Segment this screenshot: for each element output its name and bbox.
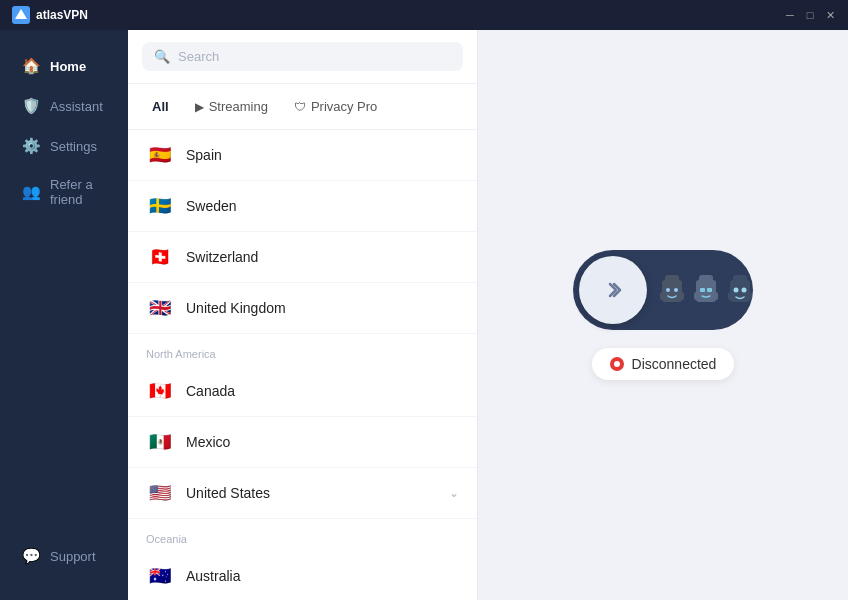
character-2 — [691, 270, 721, 310]
sidebar-bottom: 💬 Support — [0, 536, 128, 584]
status-dot — [610, 357, 624, 371]
country-name-us: United States — [186, 485, 270, 501]
list-item[interactable]: 🇦🇺 Australia — [128, 551, 477, 600]
svg-rect-13 — [733, 275, 747, 285]
location-panel: 🔍 All ▶ Streaming 🛡 Privacy Pro — [128, 30, 478, 600]
svg-rect-17 — [748, 292, 752, 300]
gear-icon: ⚙️ — [22, 137, 40, 155]
flag-us: 🇺🇸 — [146, 479, 174, 507]
flag-mexico: 🇲🇽 — [146, 428, 174, 456]
titlebar: atlasVPN ─ □ ✕ — [0, 0, 848, 30]
close-button[interactable]: ✕ — [824, 9, 836, 21]
sidebar-item-home[interactable]: 🏠 Home — [6, 47, 122, 85]
people-icon: 👥 — [22, 183, 40, 201]
sidebar-item-settings[interactable]: ⚙️ Settings — [6, 127, 122, 165]
tab-privacy-pro[interactable]: 🛡 Privacy Pro — [284, 94, 387, 119]
flag-spain: 🇪🇸 — [146, 141, 174, 169]
svg-point-3 — [674, 288, 678, 292]
logo-icon — [12, 6, 30, 24]
sidebar-label-home: Home — [50, 59, 86, 74]
region-oceania: Oceania — [128, 519, 477, 551]
flag-uk: 🇬🇧 — [146, 294, 174, 322]
svg-rect-16 — [728, 292, 732, 300]
toggle-characters — [657, 270, 755, 310]
sidebar-item-refer[interactable]: 👥 Refer a friend — [6, 167, 122, 217]
country-name-spain: Spain — [186, 147, 222, 163]
app-body: 🏠 Home 🛡️ Assistant ⚙️ Settings 👥 Refer … — [0, 30, 848, 600]
tab-privacy-pro-label: Privacy Pro — [311, 99, 377, 114]
sidebar-label-assistant: Assistant — [50, 99, 103, 114]
list-item[interactable]: 🇺🇸 United States ⌄ — [128, 468, 477, 519]
country-name-australia: Australia — [186, 568, 240, 584]
flag-canada: 🇨🇦 — [146, 377, 174, 405]
svg-point-15 — [742, 288, 747, 293]
sidebar-item-support[interactable]: 💬 Support — [6, 537, 122, 575]
country-name-switzerland: Switzerland — [186, 249, 258, 265]
search-input[interactable] — [178, 49, 451, 64]
flag-sweden: 🇸🇪 — [146, 192, 174, 220]
country-name-canada: Canada — [186, 383, 235, 399]
svg-rect-10 — [694, 292, 698, 300]
country-name-uk: United Kingdom — [186, 300, 286, 316]
search-input-wrap[interactable]: 🔍 — [142, 42, 463, 71]
tab-all[interactable]: All — [142, 94, 179, 119]
svg-point-14 — [734, 288, 739, 293]
flag-australia: 🇦🇺 — [146, 562, 174, 590]
svg-rect-4 — [660, 292, 664, 300]
filter-tabs: All ▶ Streaming 🛡 Privacy Pro — [128, 84, 477, 130]
main-content: 🔍 All ▶ Streaming 🛡 Privacy Pro — [128, 30, 848, 600]
privacy-icon: 🛡 — [294, 100, 306, 114]
expand-icon: ⌄ — [449, 486, 459, 500]
svg-rect-7 — [699, 275, 713, 285]
chat-icon: 💬 — [22, 547, 40, 565]
country-list: 🇪🇸 Spain 🇸🇪 Sweden 🇨🇭 Switzerland 🇬🇧 Uni… — [128, 130, 477, 600]
svg-rect-1 — [665, 275, 679, 285]
list-item[interactable]: 🇲🇽 Mexico — [128, 417, 477, 468]
sidebar-label-support: Support — [50, 549, 96, 564]
svg-rect-8 — [700, 288, 705, 292]
status-badge: Disconnected — [592, 348, 735, 380]
logo-text: atlasVPN — [36, 8, 88, 22]
maximize-button[interactable]: □ — [804, 9, 816, 21]
right-panel: Disconnected — [478, 30, 848, 600]
character-1 — [657, 270, 687, 310]
vpn-toggle-area: Disconnected — [573, 250, 753, 380]
minimize-button[interactable]: ─ — [784, 9, 796, 21]
app-logo: atlasVPN — [12, 6, 88, 24]
sidebar: 🏠 Home 🛡️ Assistant ⚙️ Settings 👥 Refer … — [0, 30, 128, 600]
home-icon: 🏠 — [22, 57, 40, 75]
list-item[interactable]: 🇨🇭 Switzerland — [128, 232, 477, 283]
tab-all-label: All — [152, 99, 169, 114]
status-dot-inner — [614, 361, 620, 367]
shield-icon: 🛡️ — [22, 97, 40, 115]
country-name-mexico: Mexico — [186, 434, 230, 450]
sidebar-label-refer: Refer a friend — [50, 177, 106, 207]
search-bar: 🔍 — [128, 30, 477, 84]
sidebar-item-assistant[interactable]: 🛡️ Assistant — [6, 87, 122, 125]
svg-rect-5 — [680, 292, 684, 300]
flag-switzerland: 🇨🇭 — [146, 243, 174, 271]
svg-rect-11 — [714, 292, 718, 300]
country-name-sweden: Sweden — [186, 198, 237, 214]
list-item[interactable]: 🇪🇸 Spain — [128, 130, 477, 181]
list-item[interactable]: 🇨🇦 Canada — [128, 366, 477, 417]
sidebar-label-settings: Settings — [50, 139, 97, 154]
search-icon: 🔍 — [154, 49, 170, 64]
tab-streaming[interactable]: ▶ Streaming — [185, 94, 278, 119]
svg-rect-9 — [707, 288, 712, 292]
svg-point-2 — [666, 288, 670, 292]
list-item[interactable]: 🇸🇪 Sweden — [128, 181, 477, 232]
vpn-toggle[interactable] — [573, 250, 753, 330]
window-controls: ─ □ ✕ — [784, 9, 836, 21]
status-text: Disconnected — [632, 356, 717, 372]
list-item[interactable]: 🇬🇧 United Kingdom — [128, 283, 477, 334]
tab-streaming-label: Streaming — [209, 99, 268, 114]
character-3 — [725, 270, 755, 310]
toggle-knob — [579, 256, 647, 324]
play-icon: ▶ — [195, 100, 204, 114]
region-north-america: North America — [128, 334, 477, 366]
